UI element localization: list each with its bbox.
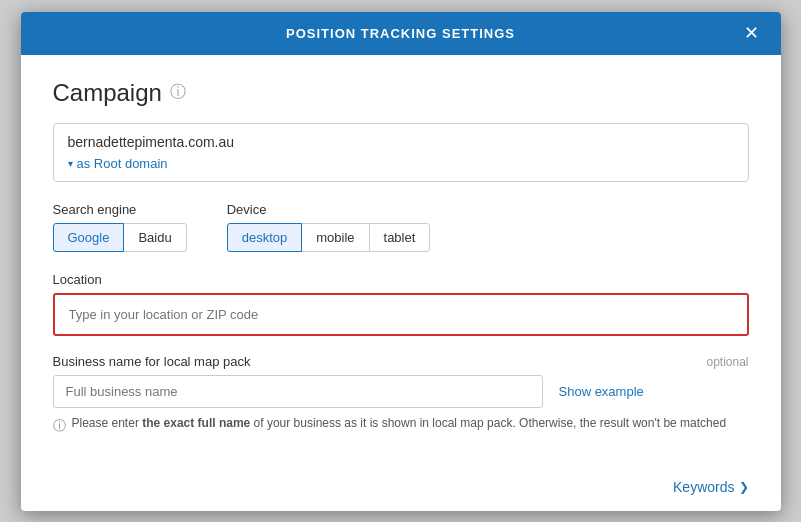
modal-title: POSITION TRACKING SETTINGS bbox=[286, 26, 515, 41]
chevron-down-icon: ▾ bbox=[68, 158, 73, 169]
search-engine-btn-group: Google Baidu bbox=[53, 223, 187, 252]
chevron-right-icon: ❯ bbox=[739, 480, 749, 494]
modal-close-button[interactable]: ✕ bbox=[738, 22, 765, 44]
info-icon[interactable]: ⓘ bbox=[170, 82, 186, 103]
device-group: Device desktop mobile tablet bbox=[227, 202, 431, 252]
root-domain-label: as Root domain bbox=[77, 156, 168, 171]
controls-row: Search engine Google Baidu Device deskto… bbox=[53, 202, 749, 252]
domain-url: bernadettepimenta.com.au bbox=[68, 134, 734, 150]
campaign-title-row: Campaign ⓘ bbox=[53, 79, 749, 107]
business-hint-text: Please enter the exact full name of your… bbox=[72, 416, 727, 430]
show-example-link[interactable]: Show example bbox=[559, 384, 644, 399]
location-input-wrapper bbox=[53, 293, 749, 336]
search-engine-label: Search engine bbox=[53, 202, 187, 217]
position-tracking-modal: POSITION TRACKING SETTINGS ✕ Campaign ⓘ … bbox=[21, 12, 781, 511]
hint-bold: the exact full name bbox=[142, 416, 250, 430]
device-mobile-btn[interactable]: mobile bbox=[301, 223, 369, 252]
device-desktop-btn[interactable]: desktop bbox=[227, 223, 303, 252]
location-section: Location bbox=[53, 272, 749, 336]
modal-footer: Keywords ❯ bbox=[21, 469, 781, 511]
location-label: Location bbox=[53, 272, 749, 287]
business-input-row: Show example bbox=[53, 375, 749, 408]
location-input[interactable] bbox=[57, 297, 745, 332]
modal-header: POSITION TRACKING SETTINGS ✕ bbox=[21, 12, 781, 55]
business-label: Business name for local map pack bbox=[53, 354, 251, 369]
business-name-input[interactable] bbox=[53, 375, 543, 408]
root-domain-link[interactable]: ▾ as Root domain bbox=[68, 156, 734, 171]
keywords-label: Keywords bbox=[673, 479, 734, 495]
device-label: Device bbox=[227, 202, 431, 217]
domain-box: bernadettepimenta.com.au ▾ as Root domai… bbox=[53, 123, 749, 182]
hint-info-icon: ⓘ bbox=[53, 417, 66, 435]
business-header: Business name for local map pack optiona… bbox=[53, 354, 749, 369]
search-engine-google-btn[interactable]: Google bbox=[53, 223, 125, 252]
keywords-link[interactable]: Keywords ❯ bbox=[673, 479, 748, 495]
device-btn-group: desktop mobile tablet bbox=[227, 223, 431, 252]
optional-label: optional bbox=[706, 355, 748, 369]
modal-body: Campaign ⓘ bernadettepimenta.com.au ▾ as… bbox=[21, 55, 781, 469]
device-tablet-btn[interactable]: tablet bbox=[369, 223, 431, 252]
search-engine-baidu-btn[interactable]: Baidu bbox=[123, 223, 186, 252]
search-engine-group: Search engine Google Baidu bbox=[53, 202, 187, 252]
business-hint: ⓘ Please enter the exact full name of yo… bbox=[53, 416, 749, 435]
campaign-label: Campaign bbox=[53, 79, 162, 107]
business-section: Business name for local map pack optiona… bbox=[53, 354, 749, 435]
